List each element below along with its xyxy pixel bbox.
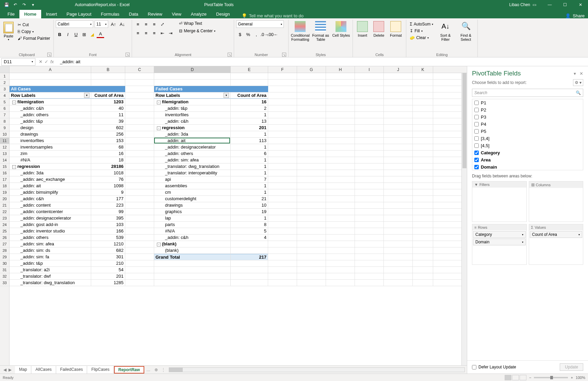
row-header[interactable]: 11 <box>0 138 9 144</box>
sheet-tab[interactable]: FailedCases <box>56 366 87 374</box>
cell[interactable] <box>125 235 154 241</box>
pane-options-icon[interactable]: ▾ <box>574 71 576 76</box>
cell[interactable]: Failed Cases <box>154 86 231 92</box>
cell[interactable] <box>268 247 297 254</box>
cell[interactable]: 1 <box>231 183 268 189</box>
conditional-formatting-button[interactable]: Conditional Formatting <box>291 20 310 52</box>
cell[interactable] <box>384 235 413 241</box>
cell[interactable] <box>355 92 384 99</box>
cell[interactable] <box>231 73 268 79</box>
cell[interactable] <box>297 125 326 131</box>
cell[interactable] <box>326 215 355 221</box>
cell[interactable]: 539 <box>91 235 125 241</box>
align-bottom-icon[interactable]: ≡ <box>150 20 158 28</box>
cell[interactable]: drawings <box>154 202 231 208</box>
cell[interactable]: 1285 <box>91 280 125 286</box>
cell[interactable]: _addin: bimsimplify <box>10 189 91 195</box>
field-item[interactable]: [4,5] <box>472 142 583 149</box>
row-header[interactable]: 13 <box>0 151 9 157</box>
align-middle-icon[interactable]: ≡ <box>142 20 150 28</box>
cell[interactable] <box>355 157 384 163</box>
cell[interactable]: 19 <box>231 209 268 215</box>
increase-indent-icon[interactable]: ⇥ <box>167 29 174 37</box>
redo-icon[interactable]: ↷ <box>21 2 27 8</box>
cell[interactable]: assemblies <box>154 183 231 189</box>
row-header[interactable]: 22 <box>0 209 9 215</box>
cell[interactable] <box>268 267 297 273</box>
cell[interactable] <box>297 112 326 118</box>
cell[interactable] <box>297 228 326 234</box>
row-header[interactable]: 2 <box>0 80 9 86</box>
cell[interactable] <box>384 80 413 86</box>
cell[interactable] <box>413 86 433 92</box>
cell[interactable] <box>326 157 355 163</box>
cell[interactable] <box>355 80 384 86</box>
cell[interactable]: _addin: sim: fa <box>10 254 91 260</box>
cell[interactable] <box>326 280 355 286</box>
cell[interactable] <box>297 241 326 247</box>
cell[interactable] <box>384 144 413 150</box>
field-item[interactable]: P5 <box>472 128 583 135</box>
cell[interactable]: drawings <box>10 131 91 137</box>
cell[interactable] <box>355 99 384 105</box>
cell[interactable] <box>355 280 384 286</box>
field-checkbox[interactable] <box>474 108 479 112</box>
cell[interactable]: _addin: inventor studio <box>10 228 91 234</box>
cell[interactable]: _translator: dwg_translation <box>10 280 91 286</box>
cell[interactable] <box>125 125 154 131</box>
autosum-button[interactable]: ΣAutoSum ▾ <box>408 21 435 27</box>
cell[interactable] <box>297 273 326 279</box>
cell[interactable]: Count of Area <box>231 92 268 99</box>
horizontal-scrollbar[interactable] <box>169 367 465 372</box>
cell[interactable] <box>10 73 91 79</box>
cell[interactable] <box>125 176 154 183</box>
cell[interactable] <box>413 189 433 195</box>
cell[interactable] <box>326 228 355 234</box>
cell[interactable]: 68 <box>91 144 125 150</box>
cell[interactable]: _addin: c&h <box>10 105 91 111</box>
field-item[interactable]: P3 <box>472 114 583 121</box>
cell-styles-button[interactable]: Cell Styles <box>331 20 350 52</box>
decrease-font-icon[interactable]: A↓ <box>118 20 126 28</box>
cell[interactable]: -filemigration <box>10 99 91 105</box>
row-header[interactable]: 16 <box>0 170 9 176</box>
tab-data[interactable]: Data <box>124 10 143 18</box>
row-header[interactable]: 31 <box>0 267 9 273</box>
column-header[interactable]: C <box>125 66 154 73</box>
cell[interactable] <box>231 280 268 286</box>
cell[interactable] <box>326 144 355 150</box>
row-header[interactable]: 32 <box>0 273 9 280</box>
cell[interactable]: inventorsamples <box>10 144 91 150</box>
cell[interactable] <box>297 131 326 137</box>
field-item[interactable]: P4 <box>472 121 583 128</box>
cell[interactable] <box>384 247 413 254</box>
cell[interactable] <box>355 260 384 266</box>
font-family-combo[interactable]: Calibri▾ <box>56 20 93 28</box>
cell[interactable] <box>125 105 154 111</box>
cell[interactable] <box>297 80 326 86</box>
cell[interactable]: 113 <box>231 138 268 144</box>
tab-file[interactable]: File <box>3 10 19 18</box>
cell[interactable] <box>413 144 433 150</box>
cell[interactable] <box>231 241 268 247</box>
row-header[interactable]: 14 <box>0 157 9 163</box>
cell[interactable] <box>268 157 297 163</box>
cell[interactable]: -(blank) <box>154 241 231 247</box>
cell[interactable] <box>413 222 433 228</box>
cell[interactable] <box>413 260 433 266</box>
cell[interactable] <box>326 254 355 260</box>
cell[interactable]: _addin: contentcenter <box>10 209 91 215</box>
tab-home[interactable]: Home <box>19 10 41 18</box>
cell[interactable] <box>384 196 413 202</box>
cell[interactable] <box>355 235 384 241</box>
cell[interactable] <box>297 260 326 266</box>
cell[interactable]: parts <box>154 222 231 228</box>
row-header[interactable]: 9 <box>0 125 9 131</box>
cell[interactable] <box>326 105 355 111</box>
underline-button[interactable]: U <box>72 31 80 38</box>
cell[interactable] <box>297 222 326 228</box>
filters-area[interactable]: ▼Filters <box>472 181 527 222</box>
cell[interactable] <box>125 209 154 215</box>
cell[interactable] <box>231 80 268 86</box>
cell[interactable] <box>326 118 355 124</box>
